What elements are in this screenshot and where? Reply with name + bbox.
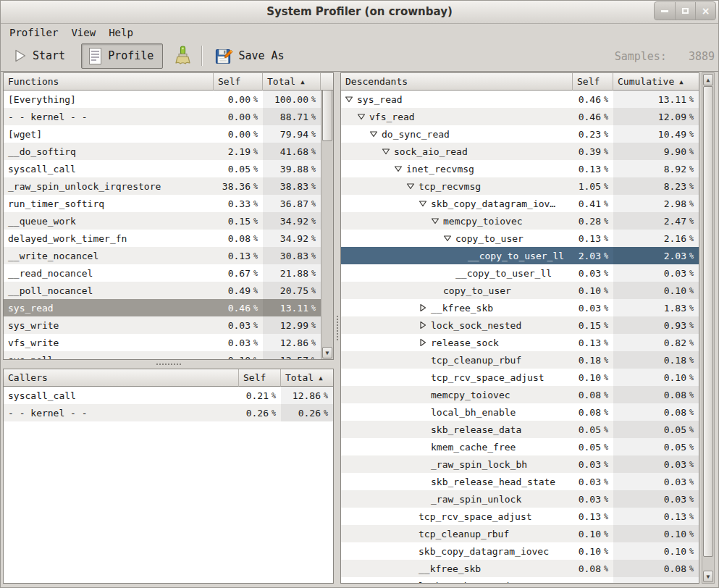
descendant-row[interactable]: tcp_cleanup_rbuf0.10%0.10% (341, 525, 699, 542)
descendant-row[interactable]: skb_copy_datagram_iovec0.10%0.10% (341, 542, 699, 560)
function-row[interactable]: __write_nocancel0.13%30.83% (4, 247, 321, 264)
column-header-cumulative[interactable]: Cumulative▲ (613, 73, 699, 91)
descendant-row[interactable]: _raw_spin_unlock0.03%0.03% (341, 490, 699, 508)
maximize-button[interactable] (675, 2, 695, 20)
self-percent: 0.10% (573, 369, 613, 386)
descendant-row[interactable]: __copy_to_user_ll2.03%2.03% (341, 247, 699, 264)
functions-scrollbar[interactable]: ▲ ▼ (321, 73, 333, 359)
descendant-row[interactable]: inet_recvmsg0.13%8.92% (341, 160, 699, 177)
scroll-down-button[interactable]: ▼ (703, 571, 713, 582)
scrollbar-thumb[interactable] (703, 86, 713, 557)
function-row[interactable]: __do_softirq2.19%41.68% (4, 143, 321, 160)
function-row[interactable]: vfs_write0.03%12.86% (4, 334, 321, 351)
descendant-row[interactable]: copy_to_user0.13%2.16% (341, 230, 699, 247)
expander-closed-icon[interactable] (419, 338, 431, 347)
start-button[interactable]: Start (7, 46, 71, 66)
scrollbar-thumb[interactable] (322, 86, 332, 141)
cumulative-percent: 0.03% (613, 264, 699, 282)
column-header-total[interactable]: Total▲ (281, 369, 333, 387)
descendant-row[interactable]: __kfree_skb0.03%1.83% (341, 299, 699, 316)
expander-closed-icon[interactable] (419, 303, 431, 312)
function-name: __do_softirq (4, 143, 214, 160)
descendant-row[interactable]: memcpy_toiovec0.08%0.08% (341, 386, 699, 403)
total-percent: 88.71% (263, 108, 321, 125)
expander-open-icon[interactable] (382, 147, 394, 156)
function-row[interactable]: __read_nocancel0.67%21.88% (4, 264, 321, 282)
descendant-row[interactable]: skb_release_head_state0.03%0.03% (341, 473, 699, 490)
tree-indent (345, 464, 419, 465)
clear-button[interactable] (170, 44, 195, 67)
total-percent: 12.99% (263, 316, 321, 334)
caller-row[interactable]: syscall_call0.21%12.86% (4, 387, 333, 404)
expander-open-icon[interactable] (431, 217, 443, 225)
column-header-self[interactable]: Self (239, 369, 281, 387)
minimize-button[interactable] (655, 2, 675, 20)
function-name: kmem_cache_free (341, 438, 573, 455)
function-row[interactable]: run_timer_softirq0.33%36.87% (4, 195, 321, 212)
descendant-row[interactable]: tcp_rcv_space_adjust0.10%0.10% (341, 369, 699, 386)
horizontal-splitter[interactable] (3, 360, 334, 369)
menu-profiler[interactable]: Profiler (3, 26, 64, 39)
function-row[interactable]: _raw_spin_unlock_irqrestore38.36%38.83% (4, 177, 321, 195)
expander-open-icon[interactable] (406, 182, 419, 190)
column-header-self[interactable]: Self (214, 73, 263, 91)
expander-open-icon[interactable] (419, 199, 431, 208)
descendant-row[interactable]: sock_aio_read0.39%9.90% (341, 143, 699, 160)
function-row[interactable]: - - kernel - -0.00%88.71% (4, 108, 321, 125)
caller-row[interactable]: - - kernel - -0.26%0.26% (4, 404, 333, 421)
cumulative-percent: 1.83% (613, 299, 699, 316)
descendant-row[interactable]: __copy_to_user_ll0.03%0.03% (341, 264, 699, 282)
vertical-splitter[interactable] (334, 72, 340, 584)
descendant-row[interactable]: skb_copy_datagram_iov…0.41%2.98% (341, 195, 699, 212)
descendant-row[interactable]: lock_sock_nested0.03%0.03% (341, 577, 699, 584)
descendant-row[interactable]: lock_sock_nested0.15%0.93% (341, 316, 699, 334)
descendant-row[interactable]: do_sync_read0.23%10.49% (341, 125, 699, 143)
function-row[interactable]: delayed_work_timer_fn0.08%34.92% (4, 230, 321, 247)
descendant-row[interactable]: __kfree_skb0.08%0.08% (341, 560, 699, 577)
descendant-row[interactable]: release_sock0.13%0.82% (341, 334, 699, 351)
column-header-descendants[interactable]: Descendants (341, 73, 573, 91)
descendant-row[interactable]: vfs_read0.46%12.09% (341, 108, 699, 125)
total-percent: 20.75% (263, 282, 321, 299)
profile-toggle-button[interactable]: Profile (81, 43, 163, 69)
descendants-scrollbar[interactable]: ▲ ▼ (702, 72, 715, 584)
save-as-button[interactable]: Save As (209, 44, 290, 68)
descendant-row[interactable]: copy_to_user0.10%0.10% (341, 282, 699, 299)
descendant-row[interactable]: skb_release_data0.05%0.05% (341, 421, 699, 438)
expander-open-icon[interactable] (394, 164, 406, 173)
descendant-row[interactable]: _raw_spin_lock_bh0.03%0.03% (341, 455, 699, 473)
descendant-row[interactable]: tcp_cleanup_rbuf0.18%0.18% (341, 351, 699, 369)
descendant-row[interactable]: sys_read0.46%13.11% (341, 91, 699, 108)
function-row[interactable]: sys_write0.03%12.99% (4, 316, 321, 334)
column-header-total[interactable]: Total▲ (263, 73, 321, 91)
function-row[interactable]: sys_poll0.10%12.57% (4, 351, 321, 359)
descendant-row[interactable]: tcp_rcv_space_adjust0.13%0.13% (341, 508, 699, 525)
descendant-row[interactable]: kmem_cache_free0.05%0.05% (341, 438, 699, 455)
function-row[interactable]: __poll_nocancel0.49%20.75% (4, 282, 321, 299)
menu-help[interactable]: Help (102, 26, 140, 39)
column-header-functions[interactable]: Functions (4, 73, 214, 91)
close-button[interactable]: × (695, 2, 715, 20)
scroll-down-button[interactable]: ▼ (322, 347, 332, 358)
self-percent: 0.05% (573, 438, 613, 455)
function-row[interactable]: [wget]0.00%79.94% (4, 125, 321, 143)
expander-open-icon[interactable] (369, 130, 382, 138)
titlebar[interactable]: System Profiler (on crownbay) × (0, 0, 719, 24)
function-row[interactable]: syscall_call0.05%39.88% (4, 160, 321, 177)
menu-view[interactable]: View (64, 26, 102, 39)
function-name: vfs_write (4, 334, 214, 351)
descendant-row[interactable]: tcp_recvmsg1.05%8.23% (341, 177, 699, 195)
column-header-self[interactable]: Self (573, 73, 613, 91)
expander-open-icon[interactable] (443, 234, 455, 243)
expander-open-icon[interactable] (345, 95, 357, 104)
descendant-row[interactable]: local_bh_enable0.08%0.08% (341, 403, 699, 421)
function-row[interactable]: sys_read0.46%13.11% (4, 299, 321, 316)
function-row[interactable]: __queue_work0.15%34.92% (4, 212, 321, 230)
column-header-callers[interactable]: Callers (4, 369, 239, 387)
expander-closed-icon[interactable] (419, 321, 431, 329)
expander-open-icon[interactable] (357, 112, 369, 121)
descendant-row[interactable]: memcpy_toiovec0.28%2.47% (341, 212, 699, 230)
scroll-up-button[interactable]: ▲ (703, 74, 713, 85)
cumulative-percent: 13.11% (613, 91, 699, 108)
function-row[interactable]: [Everything]0.00%100.00% (4, 91, 321, 108)
